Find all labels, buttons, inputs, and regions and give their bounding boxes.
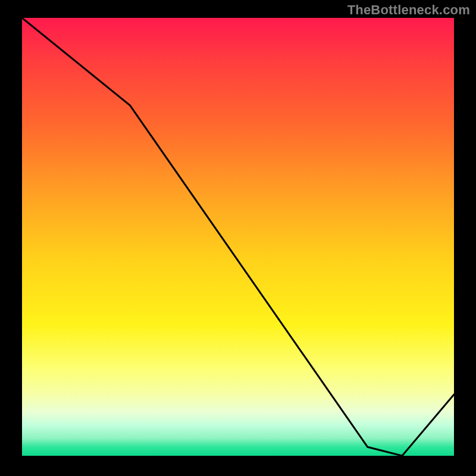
line-chart: [22, 18, 454, 456]
watermark-text: TheBottleneck.com: [347, 2, 470, 18]
chart-container: TheBottleneck.com: [0, 0, 476, 476]
bottleneck-curve: [22, 18, 454, 456]
